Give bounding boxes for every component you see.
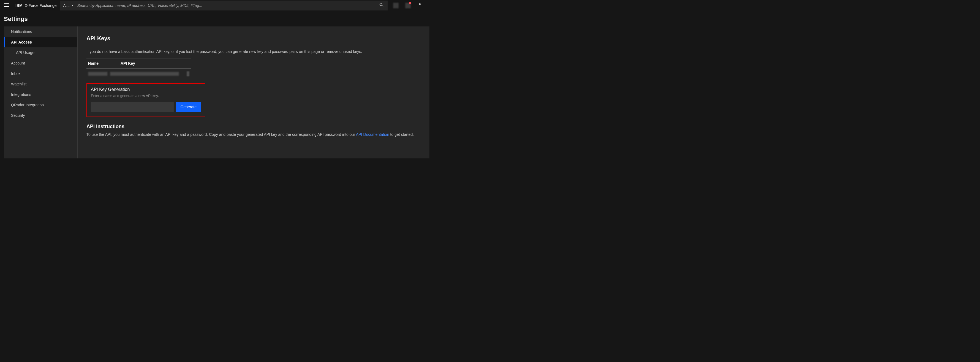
sidebar-item-inbox[interactable]: Inbox [4, 68, 77, 79]
instructions-title: API Instructions [86, 124, 421, 129]
search-input[interactable] [76, 3, 373, 8]
col-header-key: API Key [121, 61, 135, 65]
sidebar-item-label: QRadar Integration [11, 103, 44, 107]
search-icon [379, 3, 384, 8]
sidebar-item-account[interactable]: Account [4, 58, 77, 68]
sidebar-item-label: Integrations [11, 92, 31, 97]
api-instructions: API Instructions To use the API, you mus… [86, 124, 421, 137]
hamburger-icon [4, 2, 10, 9]
col-header-name: Name [88, 61, 107, 65]
content-wrap: Notifications API Access API Usage Accou… [0, 26, 430, 158]
sidebar-item-integrations[interactable]: Integrations [4, 89, 77, 100]
generation-title: API Key Generation [91, 87, 201, 92]
api-key-name-input[interactable] [91, 102, 173, 112]
sidebar-item-watchlist[interactable]: Watchlist [4, 79, 77, 89]
main-description: If you do not have a basic authenticatio… [86, 49, 421, 54]
generation-hint: Enter a name and generate a new API key. [91, 94, 201, 98]
table-header: Name API Key [86, 58, 191, 69]
sidebar-item-label: Account [11, 61, 25, 65]
sidebar-item-label: API Access [11, 40, 32, 45]
sidebar-item-label: Watchlist [11, 82, 26, 86]
sidebar-item-qradar[interactable]: QRadar Integration [4, 100, 77, 110]
settings-sidebar: Notifications API Access API Usage Accou… [4, 26, 78, 158]
page-title: Settings [4, 16, 426, 22]
sidebar-item-label: Notifications [11, 29, 32, 34]
search-filter-label: ALL [63, 3, 70, 8]
svg-rect-1 [4, 5, 10, 5]
main-title: API Keys [86, 35, 421, 41]
user-icon [417, 2, 423, 9]
sidebar-item-security[interactable]: Security [4, 110, 77, 121]
generation-row: Generate [91, 102, 201, 112]
svg-rect-2 [4, 6, 10, 7]
global-header: IBM X-Force Exchange ALL [0, 0, 430, 11]
brand-name-bold: IBM [16, 3, 22, 8]
instructions-text-after: to get started. [389, 132, 414, 137]
svg-rect-4 [418, 6, 422, 6]
search-filter-dropdown[interactable]: ALL [63, 3, 74, 8]
obscured-name-cell [88, 72, 107, 76]
sidebar-item-notifications[interactable]: Notifications [4, 26, 77, 37]
obscured-key-cell [110, 72, 179, 76]
sidebar-item-label: Inbox [11, 71, 21, 76]
api-key-table: Name API Key [86, 58, 191, 79]
user-menu-button[interactable] [414, 0, 426, 11]
settings-main: API Keys If you do not have a basic auth… [78, 26, 430, 158]
svg-rect-0 [4, 3, 10, 3]
sidebar-item-api-access[interactable]: API Access [4, 37, 77, 47]
sidebar-subitem-api-usage[interactable]: API Usage [4, 47, 77, 58]
header-icon-2[interactable] [402, 0, 414, 11]
chevron-down-icon [71, 3, 74, 8]
header-icon-1[interactable] [390, 0, 402, 11]
table-row [86, 69, 191, 79]
menu-button[interactable] [0, 0, 13, 11]
brand-logo[interactable]: IBM X-Force Exchange [16, 3, 57, 8]
header-right [390, 0, 426, 11]
brand-name-light: X-Force Exchange [25, 3, 57, 8]
generate-button[interactable]: Generate [176, 102, 201, 112]
page-title-bar: Settings [0, 11, 430, 26]
search-bar: ALL [60, 0, 388, 11]
instructions-text: To use the API, you must authenticate wi… [86, 132, 421, 137]
sidebar-subitem-label: API Usage [16, 50, 34, 55]
instructions-text-before: To use the API, you must authenticate wi… [86, 132, 356, 137]
sidebar-item-label: Security [11, 113, 25, 118]
obscured-icon [393, 3, 399, 8]
obscured-action-cell[interactable] [187, 71, 189, 76]
search-button[interactable] [375, 0, 388, 11]
api-key-generation-box: API Key Generation Enter a name and gene… [86, 83, 205, 117]
api-documentation-link[interactable]: API Documentation [356, 132, 389, 137]
notification-dot-icon [409, 2, 411, 4]
svg-point-3 [419, 3, 421, 5]
